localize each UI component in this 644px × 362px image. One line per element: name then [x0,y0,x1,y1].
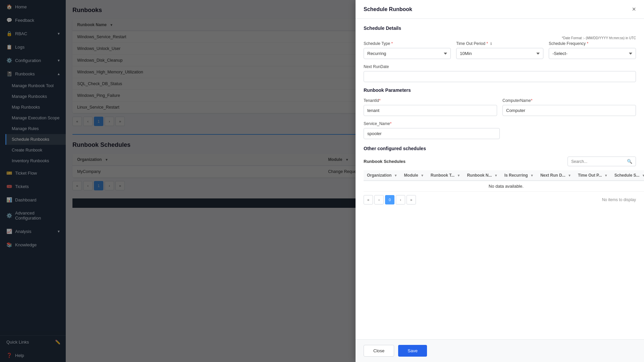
col-is-recurring: Is Recurring ▼ [501,170,537,181]
col-next-run: Next Run D... ▼ [537,170,575,181]
col-schedule-s: Schedule S... ▼ [611,170,644,181]
table-pagination-row: « ‹ 0 › » No items to display [364,195,636,204]
no-data-row: No data available. [364,181,644,192]
modal-body: Schedule Details *Date Format :- (MM/DD/… [356,19,644,339]
filter-icon[interactable]: ▼ [604,174,608,177]
tenant-computer-row: TenantId* ComputerName* [364,98,636,116]
modal-title: Schedule Runbook [364,6,412,12]
timeout-period-group: Time Out Period * ℹ 10Min [456,41,543,59]
tenant-id-label: TenantId* [364,98,497,103]
schedule-type-label: Schedule Type * [364,41,451,46]
col-module: Module ▼ [401,170,427,181]
computer-name-label: ComputerName* [502,98,636,103]
table-pagination: « ‹ 0 › » [364,195,416,204]
date-format-hint: *Date Format :- (MM/DD/YYYY hh:mm:ss) in… [364,36,636,40]
col-runbook-t: Runbook T... ▼ [427,170,464,181]
schedule-runbook-modal: Schedule Runbook × Schedule Details *Dat… [356,0,644,362]
service-name-row: Service_Name* [364,121,636,139]
modal-close-button[interactable]: × [632,5,636,13]
other-schedules-section: Other configured schedules Runbook Sched… [364,146,636,204]
next-run-date-group: Next RunDate [364,64,636,82]
tenant-id-input[interactable] [364,105,497,116]
page-0[interactable]: 0 [385,195,394,204]
page-first[interactable]: « [364,195,373,204]
tenant-id-group: TenantId* [364,98,497,116]
modal-header: Schedule Runbook × [356,0,644,19]
schedules-header: Runbook Schedules 🔍 [364,157,636,166]
next-run-date-input[interactable] [364,71,636,82]
next-run-date-row: Next RunDate [364,64,636,82]
runbook-parameters-title: Runbook Parameters [364,87,636,93]
modal-footer: Close Save [356,339,644,362]
computer-name-group: ComputerName* [502,98,636,116]
other-schedules-title: Other configured schedules [364,146,636,151]
schedule-type-row: Schedule Type * Recurring Time Out Perio… [364,41,636,59]
timeout-period-label: Time Out Period * ℹ [456,41,543,46]
schedule-type-group: Schedule Type * Recurring [364,41,451,59]
search-box: 🔍 [568,157,636,166]
col-runbook-n: Runbook N... ▼ [464,170,501,181]
search-input[interactable] [571,159,625,164]
service-name-input[interactable] [364,128,500,139]
filter-icon[interactable]: ▼ [642,174,644,177]
next-run-date-label: Next RunDate [364,64,636,69]
page-prev[interactable]: ‹ [374,195,384,204]
close-button[interactable]: Close [364,345,394,357]
page-last[interactable]: » [407,195,416,204]
service-name-group: Service_Name* [364,121,500,139]
service-name-label: Service_Name* [364,121,500,126]
page-next[interactable]: › [396,195,405,204]
col-organization: Organization ▼ [364,170,401,181]
no-items-label: No items to display [602,197,636,202]
filter-icon[interactable]: ▼ [530,174,534,177]
timeout-period-select[interactable]: 10Min [456,48,543,59]
runbook-schedules-subtitle: Runbook Schedules [364,159,406,164]
col-timeout: Time Out P... ▼ [575,170,611,181]
schedule-type-select[interactable]: Recurring [364,48,451,59]
filter-icon[interactable]: ▼ [568,174,571,177]
schedule-frequency-label: Schedule Frequency * [549,41,636,46]
computer-name-input[interactable] [502,105,636,116]
info-icon: ℹ [490,42,492,46]
save-button[interactable]: Save [398,345,427,357]
schedules-table: Organization ▼ Module ▼ Runbook T... ▼ [364,170,644,192]
filter-icon[interactable]: ▼ [494,174,498,177]
schedule-frequency-select[interactable]: -Select- [549,48,636,59]
filter-icon[interactable]: ▼ [457,174,461,177]
search-icon: 🔍 [627,159,632,164]
filter-icon[interactable]: ▼ [421,174,424,177]
schedule-details-title: Schedule Details [364,25,636,31]
schedule-frequency-group: Schedule Frequency * -Select- [549,41,636,59]
modal-overlay: Schedule Runbook × Schedule Details *Dat… [0,0,644,362]
no-data-cell: No data available. [364,181,644,192]
filter-icon[interactable]: ▼ [394,174,397,177]
